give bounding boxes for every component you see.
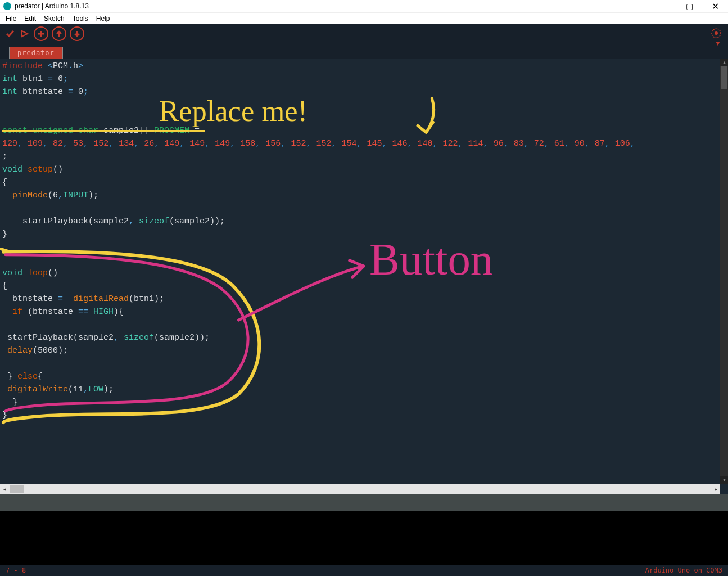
code-token: , [129, 217, 134, 226]
code-token: ( [48, 191, 53, 200]
code-token: ; [83, 87, 88, 97]
code-token: ); [103, 385, 114, 394]
board-port-label: Arduino Uno on COM3 [645, 566, 722, 574]
code-token: 0 [73, 87, 83, 97]
code-token: ); [88, 191, 98, 200]
code-token: , [114, 333, 119, 343]
editor-area: #include <PCM.h> int btn1 = 6; int btnst… [0, 58, 728, 494]
code-token: = [189, 126, 205, 136]
serial-monitor-button[interactable] [710, 27, 722, 39]
sketch-tab[interactable]: predator [9, 47, 63, 58]
code-token: btnstate [17, 87, 68, 97]
code-token: } [2, 230, 7, 239]
upload-button[interactable] [19, 26, 30, 41]
sample-array-values: 129, 109, 82, 53, 152, 134, 26, 149, 149… [2, 139, 640, 148]
code-token: #include [2, 61, 48, 71]
menu-file[interactable]: File [6, 15, 16, 22]
titlebar: predator | Arduino 1.8.13 — ▢ ✕ [0, 0, 728, 12]
minimize-button[interactable]: — [650, 0, 676, 12]
code-token: sizeof [119, 333, 154, 343]
code-token: (btn1); [129, 294, 164, 304]
code-token: } [2, 372, 17, 381]
code-token: ( [68, 385, 73, 394]
code-token: startPlayback(sample2 [2, 333, 114, 343]
menubar: File Edit Sketch Tools Help [0, 12, 728, 24]
code-token: , [83, 385, 88, 394]
code-token: void [2, 165, 22, 174]
code-token: ){ [114, 307, 124, 317]
code-token: sample2[] [98, 126, 154, 136]
maximize-button[interactable]: ▢ [676, 0, 702, 12]
verify-button[interactable] [4, 26, 16, 41]
code-token: h [73, 61, 78, 71]
menu-help[interactable]: Help [96, 15, 110, 22]
svg-point-1 [715, 32, 718, 35]
cursor-position: 7 - 8 [6, 566, 26, 574]
code-token: delay [2, 346, 33, 356]
vertical-scrollbar[interactable]: ▴ ▾ [720, 58, 728, 484]
code-token: if [2, 307, 28, 317]
code-token: = [68, 87, 73, 97]
scroll-up-icon[interactable]: ▴ [720, 58, 728, 66]
code-token: == [78, 307, 88, 317]
scrollbar-thumb[interactable] [10, 485, 24, 493]
code-token: 11 [73, 385, 83, 394]
scroll-down-icon[interactable]: ▾ [720, 476, 728, 484]
tab-menu-icon[interactable]: ▼ [715, 39, 721, 47]
horizontal-scrollbar[interactable]: ◂ ▸ [0, 484, 720, 494]
code-token: () [48, 268, 58, 278]
scroll-left-icon[interactable]: ◂ [0, 486, 9, 492]
code-token: { [2, 281, 7, 291]
toolbar: ▼ [0, 24, 728, 44]
code-token: else [17, 372, 38, 381]
menu-sketch[interactable]: Sketch [44, 15, 65, 22]
code-token: () [53, 165, 63, 174]
code-token: { [38, 372, 43, 381]
code-token: int [2, 87, 17, 97]
window-title: predator | Arduino 1.8.13 [15, 2, 89, 10]
code-token: ; [2, 152, 7, 161]
code-token: loop [22, 268, 48, 278]
statusbar: 7 - 8 Arduino Uno on COM3 [0, 565, 728, 576]
scroll-right-icon[interactable]: ▸ [711, 486, 720, 492]
open-button[interactable] [52, 26, 66, 41]
save-button[interactable] [70, 26, 84, 41]
code-token: PROGMEM [154, 126, 189, 136]
code-token: > [78, 61, 83, 71]
code-token: (btnstate [28, 307, 78, 317]
code-token: 5000 [38, 346, 58, 356]
code-token: (sample2)); [169, 217, 225, 226]
code-token: setup [22, 165, 53, 174]
code-token: } [2, 411, 7, 420]
code-token: { [2, 178, 7, 187]
code-token: ( [33, 346, 38, 356]
code-token: 6 [53, 191, 58, 200]
code-token: int [2, 74, 17, 84]
code-token: . [68, 61, 73, 71]
code-token: btnstate [2, 294, 58, 304]
scrollbar-thumb[interactable] [721, 66, 727, 89]
code-token: pinMode [2, 191, 48, 200]
code-token: INPUT [63, 191, 88, 200]
tabstrip: predator [0, 44, 728, 58]
code-token: HIGH [88, 307, 114, 317]
arduino-window: predator | Arduino 1.8.13 — ▢ ✕ File Edi… [0, 0, 728, 576]
message-bar [0, 494, 728, 511]
code-token: const unsigned char [2, 126, 98, 136]
code-token: void [2, 268, 22, 278]
console-output[interactable] [0, 511, 728, 565]
menu-tools[interactable]: Tools [73, 15, 88, 22]
new-button[interactable] [34, 26, 48, 41]
code-token: digitalRead [63, 294, 129, 304]
code-token: } [2, 398, 17, 407]
code-token: 6 [53, 74, 63, 84]
close-button[interactable]: ✕ [702, 0, 728, 12]
code-token: LOW [88, 385, 103, 394]
arduino-logo-icon [3, 2, 11, 10]
code-token: PCM [53, 61, 68, 71]
code-token: = [48, 74, 53, 84]
code-token: (sample2)); [154, 333, 210, 343]
menu-edit[interactable]: Edit [24, 15, 36, 22]
code-editor[interactable]: #include <PCM.h> int btn1 = 6; int btnst… [0, 58, 720, 484]
code-token: sizeof [134, 217, 169, 226]
